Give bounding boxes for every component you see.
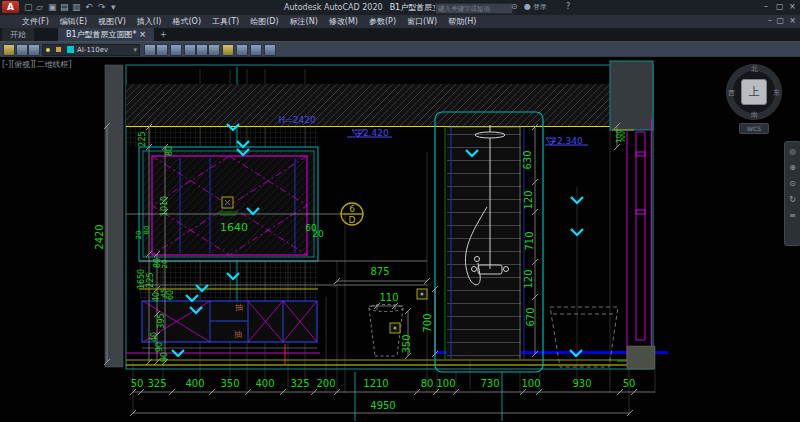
layer-walk-icon[interactable] <box>208 44 220 56</box>
tab-drawing[interactable]: B1户型首层立面图* × <box>58 28 154 41</box>
layer-properties-icon[interactable] <box>3 44 15 56</box>
viewcube[interactable]: 北 西 东 南 上 <box>726 64 782 120</box>
save-icon[interactable]: ▣ <box>48 0 57 14</box>
navigation-bar: ◎⊕⊙↻≡ <box>784 141 800 246</box>
layer-delete-icon[interactable] <box>264 44 276 56</box>
chevron-down-icon: ▾ <box>133 45 137 55</box>
doc-restore-button[interactable]: ▢ <box>776 15 784 27</box>
minimize-button[interactable]: – <box>764 1 768 13</box>
plot-icon[interactable]: ▥ <box>72 0 81 14</box>
new-tab-button[interactable]: + <box>152 28 175 41</box>
layers-toolbar: AI-110ev ▾ <box>0 41 800 57</box>
layer-lock-icon[interactable] <box>170 44 182 56</box>
navbar-tool-icon[interactable]: ◎ <box>789 147 796 157</box>
menu-item[interactable]: 视图(V) <box>98 15 126 28</box>
layer-state-icon[interactable] <box>16 44 28 56</box>
saveas-icon[interactable]: ▤ <box>60 0 69 14</box>
menu-item[interactable]: 格式(O) <box>172 15 201 28</box>
menu-item[interactable]: 窗口(W) <box>407 15 437 28</box>
drawing-canvas[interactable]: 5032540035040032520012108010073010093050… <box>0 57 800 422</box>
layer-match-icon[interactable] <box>184 44 196 56</box>
layer-thaw-icon[interactable] <box>222 44 234 56</box>
search-input[interactable] <box>435 3 513 14</box>
navbar-tool-icon[interactable]: ≡ <box>789 211 796 221</box>
tab-start[interactable]: 开始 <box>2 28 34 41</box>
undo-icon[interactable]: ↶ <box>85 0 93 14</box>
title-bar: A ▢ ▱ ▣ ▤ ▥ ↶ ↷ ▾ Autodesk AutoCAD 2020B… <box>0 0 800 15</box>
new-icon[interactable]: ▢ <box>24 0 33 14</box>
layer-merge-icon[interactable] <box>250 44 262 56</box>
navbar-tool-icon[interactable]: ⊙ <box>789 179 796 189</box>
wcs-indicator[interactable]: WCS <box>739 123 769 134</box>
layer-unlock-icon[interactable] <box>236 44 248 56</box>
doc-close-button[interactable]: × <box>789 15 796 27</box>
menu-item[interactable]: 插入(I) <box>137 15 162 28</box>
layer-off-icon[interactable] <box>144 44 156 56</box>
menu-item[interactable]: 绘图(D) <box>250 15 278 28</box>
elevation-drawing <box>0 57 800 422</box>
tab-close-icon[interactable]: × <box>139 30 146 39</box>
viewcube-south-label[interactable]: 南 <box>751 110 758 120</box>
layer-freeze-icon <box>56 47 61 52</box>
layer-freeze-tool-icon[interactable] <box>156 44 168 56</box>
menu-item[interactable]: 文件(F) <box>22 15 49 28</box>
viewcube-top-face[interactable]: 上 <box>741 79 767 105</box>
maximize-button[interactable]: ▢ <box>776 1 784 13</box>
viewcube-east-label[interactable]: 东 <box>773 88 780 98</box>
viewport-controls-label[interactable]: [-][俯视][二维线框] <box>2 59 72 70</box>
layer-name: AI-110ev <box>77 46 108 54</box>
open-icon[interactable]: ▱ <box>36 0 43 14</box>
redo-icon[interactable]: ↷ <box>98 0 106 14</box>
layer-dropdown[interactable]: AI-110ev ▾ <box>42 44 140 56</box>
search-icon[interactable]: ⊙ <box>511 1 518 13</box>
menu-item[interactable]: 工具(T) <box>212 15 239 28</box>
navbar-tool-icon[interactable]: ⊕ <box>789 163 796 173</box>
file-tab-bar: 开始 B1户型首层立面图* × + <box>0 28 800 41</box>
navbar-tool-icon[interactable]: ↻ <box>789 195 796 205</box>
signin-label[interactable]: 登录 <box>533 1 547 13</box>
person-icon[interactable]: ● <box>524 1 531 13</box>
viewcube-north-label[interactable]: 北 <box>751 64 758 74</box>
doc-minimize-button[interactable]: – <box>768 15 772 27</box>
help-icon[interactable]: ? <box>566 1 570 13</box>
layer-isolate-icon[interactable] <box>28 44 40 56</box>
menu-item[interactable]: 标注(N) <box>290 15 318 28</box>
menu-item[interactable]: 修改(M) <box>329 15 358 28</box>
layer-on-icon <box>46 48 50 52</box>
qat-customize-icon[interactable]: ▾ <box>111 0 116 14</box>
layer-color-swatch <box>67 46 74 53</box>
viewcube-west-label[interactable]: 西 <box>728 88 735 98</box>
layer-prev-icon[interactable] <box>196 44 208 56</box>
menu-item[interactable]: 帮助(H) <box>448 15 476 28</box>
menu-bar: 文件(F)编辑(E)视图(V)插入(I)格式(O)工具(T)绘图(D)标注(N)… <box>0 15 800 28</box>
menu-items: 文件(F)编辑(E)视图(V)插入(I)格式(O)工具(T)绘图(D)标注(N)… <box>22 15 476 28</box>
menu-item[interactable]: 参数(P) <box>369 15 396 28</box>
menu-item[interactable]: 编辑(E) <box>60 15 87 28</box>
close-button[interactable]: × <box>789 1 796 13</box>
autocad-logo-icon[interactable]: A <box>2 1 19 13</box>
